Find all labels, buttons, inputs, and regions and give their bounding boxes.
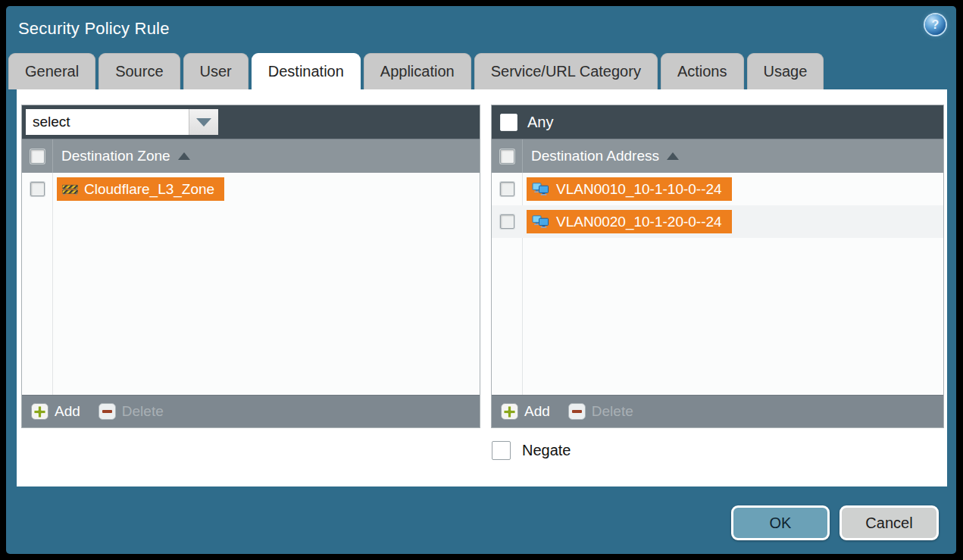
zone-entry[interactable]: Cloudflare_L3_Zone xyxy=(57,177,224,201)
address-rows: VLAN0010_10-1-10-0--24 xyxy=(492,173,943,395)
zone-add-button[interactable]: Add xyxy=(31,403,80,420)
address-add-button[interactable]: Add xyxy=(501,403,550,420)
zone-select-all-cell xyxy=(22,139,53,173)
negate-label: Negate xyxy=(522,442,571,459)
address-delete-label: Delete xyxy=(592,403,633,420)
tab-user[interactable]: User xyxy=(183,53,249,89)
titlebar: Security Policy Rule ? xyxy=(6,6,956,53)
tab-application[interactable]: Application xyxy=(364,53,471,89)
address-row-checkbox[interactable] xyxy=(500,182,514,196)
tab-destination[interactable]: Destination xyxy=(252,53,361,89)
address-delete-button[interactable]: Delete xyxy=(568,403,633,420)
zone-add-label: Add xyxy=(55,403,80,420)
zone-filter-input[interactable]: select xyxy=(26,109,189,135)
address-icon xyxy=(532,183,550,196)
zone-panel-footer: Add Delete xyxy=(22,395,480,427)
zone-rows: Cloudflare_L3_Zone xyxy=(22,173,480,395)
zone-filter-combo: select xyxy=(26,109,218,135)
address-entry[interactable]: VLAN0010_10-1-10-0--24 xyxy=(527,177,732,201)
negate-checkbox[interactable] xyxy=(492,441,511,460)
zone-column-header: Destination Zone xyxy=(22,139,480,173)
zone-row-checkbox[interactable] xyxy=(30,182,45,196)
tab-general[interactable]: General xyxy=(8,53,95,89)
help-icon[interactable]: ? xyxy=(925,14,946,35)
security-policy-rule-dialog: Security Policy Rule ? General Source Us… xyxy=(6,6,956,554)
address-select-all-cell xyxy=(492,139,523,173)
zone-delete-button[interactable]: Delete xyxy=(98,403,164,420)
address-select-all-checkbox[interactable] xyxy=(500,149,514,164)
zone-select-all-checkbox[interactable] xyxy=(30,149,45,164)
zone-row-checkbox-cell xyxy=(22,182,52,196)
tab-source[interactable]: Source xyxy=(98,53,180,89)
tab-usage[interactable]: Usage xyxy=(747,53,824,89)
destination-address-panel: Any Destination Address xyxy=(491,105,944,428)
plus-icon xyxy=(31,403,48,420)
minus-icon xyxy=(568,403,586,420)
zone-column-title[interactable]: Destination Zone xyxy=(61,148,190,164)
address-row: VLAN0010_10-1-10-0--24 xyxy=(492,173,943,205)
zone-filter-dropdown-button[interactable] xyxy=(189,109,218,135)
sort-ascending-icon xyxy=(667,152,679,160)
address-row-checkbox-cell xyxy=(492,182,522,196)
tab-actions[interactable]: Actions xyxy=(661,53,744,89)
tab-service-url-category[interactable]: Service/URL Category xyxy=(474,53,658,89)
any-label: Any xyxy=(527,114,553,131)
minus-icon xyxy=(98,403,116,420)
zone-row: Cloudflare_L3_Zone xyxy=(22,173,480,205)
zone-entry-label: Cloudflare_L3_Zone xyxy=(84,181,214,198)
address-add-label: Add xyxy=(524,403,550,420)
address-row-checkbox[interactable] xyxy=(500,214,514,229)
zone-panel-header: select xyxy=(22,105,480,139)
column-divider xyxy=(52,173,53,395)
address-row: VLAN0020_10-1-20-0--24 xyxy=(492,205,943,238)
plus-icon xyxy=(501,403,518,420)
chevron-down-icon xyxy=(196,118,211,127)
any-checkbox[interactable] xyxy=(500,114,517,131)
address-column-title-text: Destination Address xyxy=(531,148,659,164)
negate-row: Negate xyxy=(492,441,571,460)
zone-column-title-text: Destination Zone xyxy=(61,148,170,164)
address-column-title[interactable]: Destination Address xyxy=(531,148,679,164)
address-row-checkbox-cell xyxy=(492,214,522,229)
zone-delete-label: Delete xyxy=(122,403,164,420)
destination-zone-panel: select Destination Zone xyxy=(21,105,480,428)
tab-bar: General Source User Destination Applicat… xyxy=(8,53,824,89)
cancel-button[interactable]: Cancel xyxy=(839,505,939,540)
zone-icon xyxy=(62,183,78,196)
address-entry[interactable]: VLAN0020_10-1-20-0--24 xyxy=(527,210,732,233)
ok-button[interactable]: OK xyxy=(731,505,830,540)
address-entry-label: VLAN0020_10-1-20-0--24 xyxy=(556,214,722,230)
any-row: Any xyxy=(496,114,553,131)
sort-ascending-icon xyxy=(178,152,190,160)
address-icon xyxy=(532,215,550,228)
address-entry-label: VLAN0010_10-1-10-0--24 xyxy=(556,181,722,198)
address-panel-header: Any xyxy=(492,105,943,139)
dialog-title: Security Policy Rule xyxy=(18,19,170,39)
address-panel-footer: Add Delete xyxy=(492,395,943,427)
destination-tab-content: select Destination Zone xyxy=(17,89,947,486)
address-column-header: Destination Address xyxy=(492,139,943,173)
